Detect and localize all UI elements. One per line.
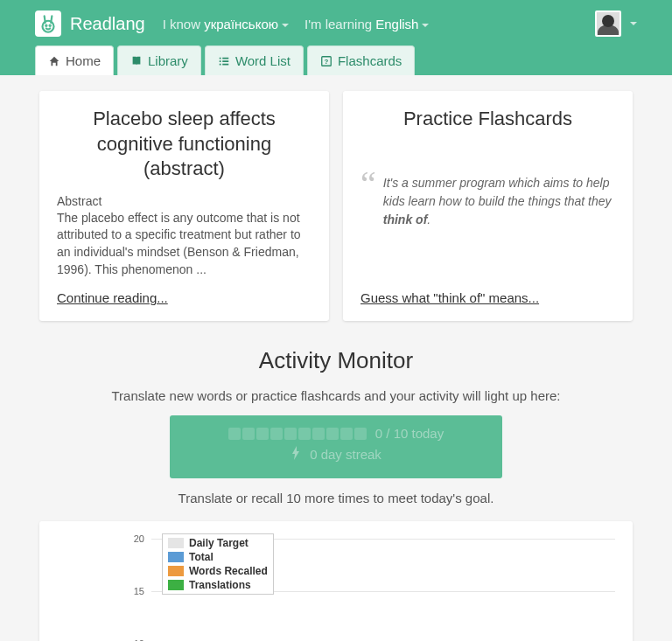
activity-subtitle: Translate new words or practice flashcar… <box>39 388 633 403</box>
i-know-language-selector[interactable]: I know українською <box>163 17 289 31</box>
reading-title: Placebo sleep affects cognitive function… <box>57 107 312 182</box>
bolt-icon <box>290 446 301 463</box>
learning-prefix: I'm learning <box>304 17 375 31</box>
svg-text:?: ? <box>325 57 329 65</box>
svg-point-0 <box>43 21 54 32</box>
caret-down-icon <box>630 22 637 25</box>
brand-logo[interactable]: Readlang <box>35 10 145 37</box>
tab-flashcards-label: Flashcards <box>338 53 402 68</box>
flashcard-quote: It's a summer program which aims to help… <box>383 174 615 229</box>
tab-wordlist[interactable]: Word List <box>205 45 304 75</box>
streak-text: 0 day streak <box>310 447 382 462</box>
tab-library[interactable]: Library <box>117 45 201 75</box>
user-menu[interactable] <box>595 10 637 37</box>
i-know-language: українською <box>204 17 278 31</box>
progress-squares <box>228 428 367 440</box>
caret-down-icon <box>422 24 429 27</box>
question-card-icon: ? <box>320 55 332 67</box>
avatar <box>595 10 621 37</box>
caret-down-icon <box>282 24 289 27</box>
book-icon <box>130 55 143 67</box>
home-icon <box>48 55 60 67</box>
tab-library-label: Library <box>148 53 188 68</box>
abstract-label: Abstract <box>57 194 312 208</box>
goal-text: Translate or recall 10 more times to mee… <box>39 491 633 505</box>
tab-wordlist-label: Word List <box>235 53 290 68</box>
legend-item: Words Recalled <box>168 564 268 578</box>
tab-home[interactable]: Home <box>35 45 114 75</box>
flashcard-title: Practice Flashcards <box>360 107 615 132</box>
learning-language: English <box>375 17 418 31</box>
tab-flashcards[interactable]: ? Flashcards <box>307 45 415 75</box>
svg-point-2 <box>50 25 51 26</box>
guess-meaning-link[interactable]: Guess what "think of" means... <box>360 290 615 305</box>
chart-y-axis: 20 15 10 <box>127 521 148 641</box>
abstract-text: The placebo effect is any outcome that i… <box>57 210 312 278</box>
reading-card: Placebo sleep affects cognitive function… <box>39 91 329 321</box>
activity-stat-box: 0 / 10 today 0 day streak <box>170 415 502 478</box>
tab-home-label: Home <box>66 53 101 68</box>
svg-point-1 <box>46 25 46 26</box>
continue-reading-link[interactable]: Continue reading... <box>57 290 312 305</box>
activity-chart: 20 15 10 Daily TargetTotalWords Recalled… <box>39 521 633 641</box>
list-icon <box>218 55 230 67</box>
i-know-prefix: I know <box>163 17 205 31</box>
activity-title: Activity Monitor <box>39 347 633 374</box>
bunny-icon <box>35 10 61 37</box>
legend-item: Daily Target <box>168 536 268 550</box>
quote-icon: “ <box>360 174 376 229</box>
brand-name: Readlang <box>70 14 145 34</box>
progress-text: 0 / 10 today <box>375 426 444 441</box>
chart-legend: Daily TargetTotalWords RecalledTranslati… <box>162 533 274 595</box>
legend-item: Translations <box>168 578 268 592</box>
learning-language-selector[interactable]: I'm learning English <box>304 17 429 31</box>
legend-item: Total <box>168 550 268 564</box>
main-tabs: Home Library Word List ? Flashcards <box>35 45 637 75</box>
flashcard-card: Practice Flashcards “ It's a summer prog… <box>343 91 633 321</box>
